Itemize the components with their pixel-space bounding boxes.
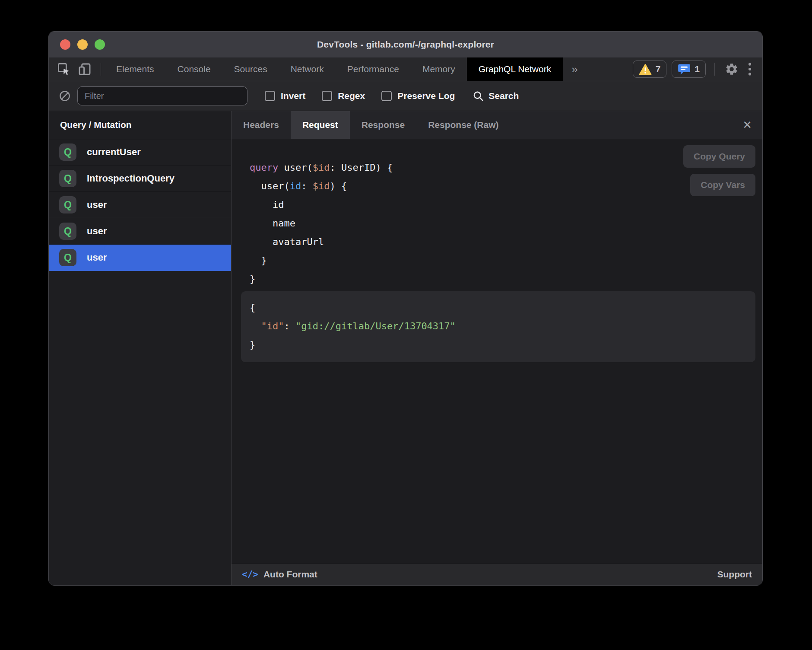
panel-footer: </> Auto Format Support — [232, 563, 762, 585]
code-line: } — [250, 335, 755, 354]
list-item-user[interactable]: Quser — [49, 192, 231, 218]
list-item-label: currentUser — [87, 147, 141, 158]
code-token: $id — [313, 162, 330, 173]
code-token: "gid://gitlab/User/13704317" — [295, 321, 456, 331]
support-link[interactable]: Support — [717, 569, 752, 580]
code-line: "id": "gid://gitlab/User/13704317" — [250, 317, 755, 335]
toolbar-icons — [49, 57, 105, 81]
tab-elements[interactable]: Elements — [105, 57, 166, 81]
desktop: { "window_title": "DevTools - gitlab.com… — [0, 0, 812, 650]
copy-query-button[interactable]: Copy Query — [683, 145, 755, 168]
copy-buttons: Copy Query Copy Vars — [683, 145, 755, 196]
code-line: } — [250, 251, 762, 270]
devtools-window: DevTools - gitlab.com/-/graphql-explorer… — [48, 31, 763, 586]
code-token: "id" — [261, 321, 284, 331]
toolbar-spacer — [587, 57, 633, 81]
code-token: } — [250, 339, 255, 350]
code-token: ) { — [330, 181, 347, 191]
code-token: id — [290, 181, 301, 191]
query-sidebar: Query / Mutation QcurrentUserQIntrospect… — [49, 111, 232, 585]
panel-tab-response-raw[interactable]: Response (Raw) — [416, 111, 510, 139]
checkbox-invert[interactable]: Invert — [265, 91, 305, 101]
query-variables-code: { "id": "gid://gitlab/User/13704317"} — [250, 298, 755, 354]
search-toggle[interactable]: Search — [472, 90, 519, 102]
panel-tab-request[interactable]: Request — [291, 111, 350, 139]
code-token: : — [301, 181, 313, 191]
list-item-user[interactable]: Quser — [49, 245, 231, 271]
panel-tab-headers[interactable]: Headers — [232, 111, 291, 139]
list-item-label: user — [87, 226, 107, 237]
checkbox-box-invert[interactable] — [265, 91, 275, 101]
code-token: user( — [278, 162, 312, 173]
code-line: avatarUrl — [250, 233, 762, 251]
code-token: user( — [250, 181, 290, 191]
tab-performance[interactable]: Performance — [336, 57, 411, 81]
close-window-button[interactable] — [60, 39, 70, 50]
device-toolbar-icon[interactable] — [76, 61, 93, 77]
list-item-label: IntrospectionQuery — [87, 173, 174, 184]
checkbox-box-preserve-log[interactable] — [381, 91, 392, 101]
panel-tab-response[interactable]: Response — [350, 111, 416, 139]
query-type-badge: Q — [59, 223, 76, 240]
list-item-introspectionquery[interactable]: QIntrospectionQuery — [49, 166, 231, 192]
window-controls — [60, 32, 105, 57]
list-item-currentuser[interactable]: QcurrentUser — [49, 139, 231, 166]
more-tabs-button[interactable]: » — [563, 57, 586, 81]
checkbox-box-regex[interactable] — [322, 91, 332, 101]
more-options-dots-icon[interactable] — [745, 61, 755, 77]
filter-bar: InvertRegexPreserve Log Search — [49, 81, 762, 111]
inspect-element-icon[interactable] — [56, 61, 72, 77]
title-bar: DevTools - gitlab.com/-/graphql-explorer — [49, 32, 762, 57]
code-line: name — [250, 214, 762, 233]
checkbox-regex[interactable]: Regex — [322, 91, 365, 101]
query-type-badge: Q — [59, 143, 76, 161]
query-type-badge: Q — [59, 249, 76, 266]
code-token: query — [250, 162, 278, 173]
code-brackets-icon: </> — [242, 569, 258, 580]
toolbar-right: 7 1 — [633, 57, 755, 81]
code-token: } — [250, 274, 255, 284]
query-type-badge: Q — [59, 196, 76, 213]
code-token: id — [250, 199, 284, 210]
settings-gear-icon[interactable] — [723, 61, 740, 77]
toolbar-right-divider — [714, 63, 715, 76]
code-line: { — [250, 298, 755, 317]
code-token: name — [250, 218, 295, 229]
code-token: : — [284, 321, 295, 331]
list-item-user[interactable]: Quser — [49, 218, 231, 245]
auto-format-toggle[interactable]: </> Auto Format — [242, 569, 317, 580]
code-line: id — [250, 195, 762, 214]
copy-vars-button[interactable]: Copy Vars — [690, 174, 755, 196]
auto-format-label: Auto Format — [263, 569, 317, 580]
warning-triangle-icon — [639, 64, 652, 75]
search-icon — [472, 90, 484, 102]
code-token — [250, 321, 261, 331]
code-token: { — [250, 302, 255, 313]
code-token: : UserID) { — [330, 162, 393, 173]
warnings-count: 7 — [656, 64, 661, 74]
issues-count: 1 — [695, 64, 700, 74]
tab-sources[interactable]: Sources — [222, 57, 279, 81]
panel-tabs: HeadersRequestResponseResponse (Raw) — [232, 111, 511, 139]
tab-memory[interactable]: Memory — [411, 57, 467, 81]
close-panel-icon[interactable]: ✕ — [732, 111, 762, 139]
checkbox-preserve-log[interactable]: Preserve Log — [381, 91, 455, 101]
query-type-badge: Q — [59, 170, 76, 187]
panel-tab-bar: HeadersRequestResponseResponse (Raw) ✕ — [232, 111, 762, 139]
filter-input[interactable] — [77, 86, 247, 105]
filter-options: InvertRegexPreserve Log — [265, 91, 455, 101]
tab-console[interactable]: Console — [166, 57, 222, 81]
window-title: DevTools - gitlab.com/-/graphql-explorer — [49, 39, 762, 50]
query-list: QcurrentUserQIntrospectionQueryQuserQuse… — [49, 139, 231, 271]
zoom-window-button[interactable] — [95, 39, 105, 50]
block-requests-icon[interactable] — [58, 89, 71, 102]
tab-graphql-network[interactable]: GraphQL Network — [467, 57, 563, 81]
minimize-window-button[interactable] — [77, 39, 88, 50]
devtools-toolbar: ElementsConsoleSourcesNetworkPerformance… — [49, 57, 762, 81]
checkbox-label: Invert — [281, 91, 305, 101]
tab-network[interactable]: Network — [279, 57, 336, 81]
warnings-badge[interactable]: 7 — [633, 61, 667, 78]
issues-badge[interactable]: 1 — [672, 61, 706, 78]
query-variables-box: { "id": "gid://gitlab/User/13704317"} — [241, 291, 755, 362]
checkbox-label: Regex — [338, 91, 365, 101]
